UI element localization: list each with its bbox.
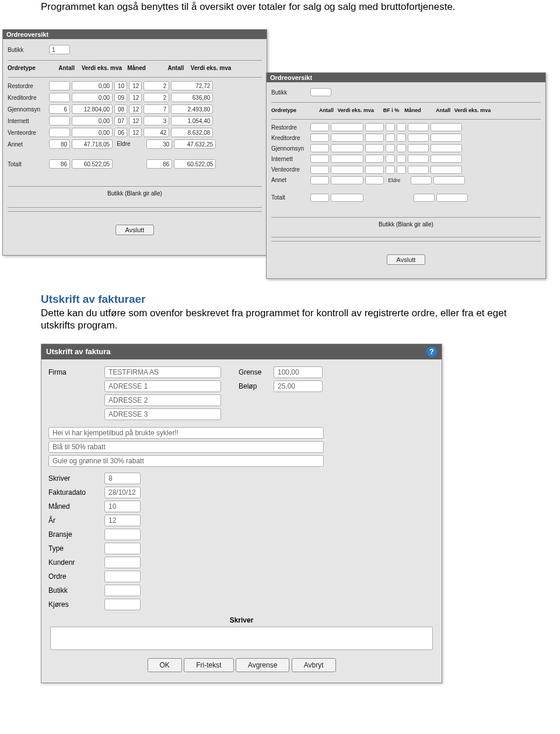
help-icon[interactable]: ? (426, 347, 437, 357)
msg-line-0[interactable]: Hei vi har kjempetilbud på brukte sykler… (48, 427, 324, 439)
antall2b-cell[interactable] (408, 134, 429, 142)
verdi1b-cell[interactable] (331, 166, 363, 174)
year2-cell[interactable] (397, 166, 406, 174)
antall2-cell[interactable]: 7 (144, 104, 169, 114)
bf-cell[interactable] (365, 123, 384, 131)
year-cell[interactable]: 12 (129, 93, 142, 102)
verdi1b-cell[interactable] (331, 144, 363, 152)
field-input[interactable] (104, 599, 141, 610)
antall2-cell[interactable]: 42 (144, 128, 169, 137)
msg-line-1[interactable]: Blå til 50% rabatt (48, 441, 324, 453)
month-cell[interactable]: 06 (114, 128, 127, 137)
antall2-cell[interactable]: 2 (144, 93, 169, 102)
antall1b-cell[interactable] (310, 134, 329, 142)
antall1-cell[interactable] (49, 128, 70, 137)
msg-line-2[interactable]: Gule og grønne til 30% rabatt (48, 455, 324, 467)
antall2b-cell[interactable] (408, 166, 429, 174)
year-cell[interactable]: 12 (129, 116, 142, 125)
month2-cell[interactable] (386, 144, 395, 152)
verdi1b-cell[interactable] (331, 123, 363, 131)
year2-cell[interactable] (397, 123, 406, 131)
antall1b-cell[interactable] (310, 176, 329, 184)
month-cell[interactable]: 07 (114, 116, 127, 125)
antall2-cell[interactable]: 30 (146, 139, 172, 149)
antall1b-cell[interactable] (310, 144, 329, 152)
bf-cell[interactable] (365, 155, 384, 163)
bf-cell[interactable] (365, 134, 384, 142)
month-cell[interactable]: 10 (114, 81, 127, 90)
antall2-cell[interactable]: 3 (144, 116, 169, 125)
verdi2b-cell[interactable] (430, 123, 462, 131)
month2-cell[interactable] (386, 166, 395, 174)
verdi2b-cell[interactable] (430, 134, 462, 142)
year2-cell[interactable] (397, 134, 406, 142)
firma-input-2[interactable]: ADRESSE 2 (104, 394, 221, 406)
bf-cell[interactable] (365, 144, 384, 152)
field-input[interactable]: 12 (104, 515, 141, 526)
avbryt-button[interactable]: Avbryt (292, 658, 336, 672)
ok-button[interactable]: OK (148, 658, 182, 672)
antall1b-cell[interactable] (310, 123, 329, 131)
antall1-cell[interactable] (49, 116, 70, 125)
verdi1-cell[interactable]: 0,00 (72, 81, 113, 90)
antall1-cell[interactable]: 6 (49, 104, 70, 114)
verdi2-cell[interactable]: 1.054,40 (171, 116, 213, 125)
antall1b-cell[interactable] (310, 155, 329, 163)
bf-cell[interactable] (365, 166, 384, 174)
belop-input[interactable]: 25,00 (274, 380, 323, 392)
avgrense-button[interactable]: Avgrense (236, 658, 289, 672)
verdi2-cell[interactable]: 2.493,80 (171, 104, 213, 114)
year2-cell[interactable] (397, 144, 406, 152)
month2-cell[interactable] (386, 155, 395, 163)
verdi2-cell[interactable]: 8.632,08 (171, 128, 213, 137)
antall1b-cell[interactable] (310, 166, 329, 174)
year-cell[interactable]: 12 (129, 81, 142, 90)
field-input[interactable]: 10 (104, 501, 141, 512)
month-cell[interactable]: 09 (114, 93, 127, 102)
avslutt-button[interactable]: Avslutt (116, 225, 155, 235)
month-cell[interactable]: 08 (114, 104, 127, 114)
antall2b-cell[interactable] (408, 144, 429, 152)
verdi1b-cell[interactable] (331, 176, 363, 184)
verdi2b-cell[interactable] (430, 155, 462, 163)
field-input[interactable] (104, 571, 141, 582)
antall1-cell[interactable]: 80 (49, 139, 70, 149)
verdi1-cell[interactable]: 47.718,05 (72, 139, 113, 149)
year-cell[interactable]: 12 (129, 104, 142, 114)
field-input[interactable] (104, 585, 141, 596)
field-input[interactable] (104, 557, 141, 568)
month2-cell[interactable] (386, 123, 395, 131)
field-input[interactable]: 8 (104, 473, 141, 484)
verdi2b-cell[interactable] (433, 176, 465, 184)
firma-input-1[interactable]: ADRESSE 1 (104, 380, 221, 392)
verdi1-cell[interactable]: 0,00 (72, 116, 113, 125)
field-input[interactable]: 28/10/12 (104, 487, 141, 498)
verdi2b-cell[interactable] (430, 166, 462, 174)
grense-input[interactable]: 100,00 (274, 366, 323, 378)
verdi2b-cell[interactable] (430, 144, 462, 152)
antall2b-cell[interactable] (408, 123, 429, 131)
antall1-cell[interactable] (49, 93, 70, 102)
firma-input-0[interactable]: TESTFIRMA AS (104, 366, 221, 378)
antall2b-cell[interactable] (408, 155, 429, 163)
skriver-box[interactable] (50, 627, 433, 650)
verdi1-cell[interactable]: 0,00 (72, 93, 113, 102)
firma-input-3[interactable]: ADRESSE 3 (104, 408, 221, 420)
verdi1-cell[interactable]: 12.804,00 (72, 104, 113, 114)
year-cell[interactable]: 12 (129, 128, 142, 137)
field-input[interactable] (104, 529, 141, 540)
butikk-input-2[interactable] (310, 88, 331, 96)
verdi1-cell[interactable]: 0,00 (72, 128, 113, 137)
bf-cell[interactable] (365, 176, 384, 184)
antall2b-cell[interactable] (411, 176, 432, 184)
fritekst-button[interactable]: Fri-tekst (184, 658, 233, 672)
antall1-cell[interactable] (49, 81, 70, 90)
verdi2-cell[interactable]: 636,80 (171, 93, 213, 102)
year2-cell[interactable] (397, 155, 406, 163)
butikk-input[interactable]: 1 (49, 45, 70, 54)
verdi2-cell[interactable]: 72,72 (171, 81, 213, 90)
avslutt2-button[interactable]: Avslutt (387, 254, 426, 265)
verdi1b-cell[interactable] (331, 155, 363, 163)
antall2-cell[interactable]: 2 (144, 81, 169, 90)
field-input[interactable] (104, 543, 141, 554)
